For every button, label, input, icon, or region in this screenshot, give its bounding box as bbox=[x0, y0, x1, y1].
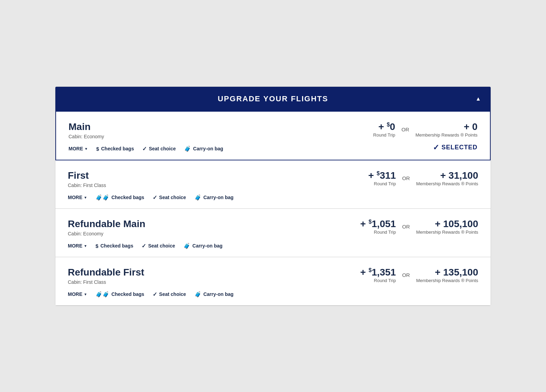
fare-cabin-main: Cabin: Economy bbox=[69, 134, 104, 139]
fare-card-top-main: MainCabin: Economy+ $0Round TripOR+ 0Mem… bbox=[69, 121, 477, 139]
feature-label: Carry-on bag bbox=[192, 243, 222, 249]
fare-info-refundable-main: Refundable MainCabin: Economy bbox=[68, 218, 145, 236]
fare-price-main-first: + $311 bbox=[368, 170, 396, 181]
fare-price-main-refundable-first: + $1,351 bbox=[360, 267, 396, 278]
fare-points-sub-refundable-first: Membership Rewards ® Points bbox=[416, 278, 478, 283]
fare-pricing-main: + $0Round TripOR+ 0Membership Rewards ® … bbox=[373, 121, 477, 138]
fare-name-refundable-main: Refundable Main bbox=[68, 218, 145, 230]
fare-price-main-refundable-main: + $1,051 bbox=[360, 218, 396, 230]
more-button-refundable-main[interactable]: MORE ▼ bbox=[68, 243, 87, 249]
check-icon: ✓ bbox=[142, 146, 147, 152]
fare-or-first: OR bbox=[402, 175, 410, 181]
fare-name-main: Main bbox=[69, 121, 104, 132]
fare-points-block-refundable-main: + 105,100Membership Rewards ® Points bbox=[416, 218, 478, 235]
fare-card-refundable-main[interactable]: Refundable MainCabin: Economy+ $1,051Rou… bbox=[55, 209, 491, 257]
fare-price-sub-refundable-first: Round Trip bbox=[360, 278, 396, 283]
fare-footer-refundable-first: MORE ▼🧳🧳Checked bags✓Seat choice🧳Carry-o… bbox=[68, 291, 478, 298]
bags2-icon: 🧳🧳 bbox=[95, 291, 109, 298]
fare-points-main-main: + 0 bbox=[416, 121, 477, 132]
feature-refundable-main-1: ✓Seat choice bbox=[142, 243, 175, 249]
bag-icon: 🧳 bbox=[184, 146, 191, 152]
fare-cabin-first: Cabin: First Class bbox=[68, 183, 106, 188]
fare-card-top-refundable-main: Refundable MainCabin: Economy+ $1,051Rou… bbox=[68, 218, 478, 236]
header-title: UPGRADE YOUR FLIGHTS bbox=[218, 94, 328, 103]
fare-price-sub-main: Round Trip bbox=[373, 132, 395, 138]
fare-points-block-first: + 31,100Membership Rewards ® Points bbox=[416, 170, 478, 186]
feature-refundable-main-0: $Checked bags bbox=[95, 243, 133, 249]
fares-container: MainCabin: Economy+ $0Round TripOR+ 0Mem… bbox=[55, 111, 491, 306]
fare-points-block-main: + 0Membership Rewards ® Points bbox=[416, 121, 477, 138]
fare-info-first: FirstCabin: First Class bbox=[68, 170, 106, 188]
feature-label: Checked bags bbox=[111, 195, 144, 200]
check-icon: ✓ bbox=[153, 194, 157, 201]
feature-refundable-first-1: ✓Seat choice bbox=[153, 291, 186, 298]
fare-price-block-first: + $311Round Trip bbox=[368, 170, 396, 186]
feature-first-2: 🧳Carry-on bag bbox=[194, 194, 234, 201]
fare-card-first[interactable]: FirstCabin: First Class+ $311Round TripO… bbox=[55, 160, 491, 209]
collapse-icon[interactable]: ▲ bbox=[475, 96, 481, 102]
feature-label: Seat choice bbox=[159, 291, 186, 297]
fare-price-block-refundable-first: + $1,351Round Trip bbox=[360, 267, 396, 283]
feature-label: Seat choice bbox=[159, 195, 186, 200]
fare-info-main: MainCabin: Economy bbox=[69, 121, 104, 139]
feature-main-2: 🧳Carry-on bag bbox=[184, 146, 223, 152]
fare-card-refundable-first[interactable]: Refundable FirstCabin: First Class+ $1,3… bbox=[55, 257, 491, 306]
fare-card-main[interactable]: MainCabin: Economy+ $0Round TripOR+ 0Mem… bbox=[55, 111, 491, 160]
fare-card-top-refundable-first: Refundable FirstCabin: First Class+ $1,3… bbox=[68, 267, 478, 285]
fare-cabin-refundable-main: Cabin: Economy bbox=[68, 231, 145, 236]
fare-footer-first: MORE ▼🧳🧳Checked bags✓Seat choice🧳Carry-o… bbox=[68, 194, 478, 201]
fare-footer-refundable-main: MORE ▼$Checked bags✓Seat choice🧳Carry-on… bbox=[68, 243, 478, 249]
fare-price-block-main: + $0Round Trip bbox=[373, 121, 395, 138]
selected-label-main: ✓ SELECTED bbox=[433, 143, 477, 152]
fare-footer-main: MORE ▼$Checked bags✓Seat choice🧳Carry-on… bbox=[69, 146, 477, 152]
check-icon: ✓ bbox=[153, 291, 157, 298]
fare-card-top-first: FirstCabin: First Class+ $311Round TripO… bbox=[68, 170, 478, 188]
bag-icon: 🧳 bbox=[194, 194, 201, 201]
feature-first-0: 🧳🧳Checked bags bbox=[95, 194, 144, 201]
feature-refundable-first-2: 🧳Carry-on bag bbox=[194, 291, 234, 298]
dollar-icon: $ bbox=[95, 243, 98, 249]
feature-label: Checked bags bbox=[111, 291, 144, 297]
feature-label: Carry-on bag bbox=[193, 146, 223, 151]
dollar-icon: $ bbox=[96, 146, 99, 152]
feature-main-0: $Checked bags bbox=[96, 146, 134, 152]
fare-or-refundable-first: OR bbox=[402, 272, 410, 278]
fare-points-sub-first: Membership Rewards ® Points bbox=[416, 181, 478, 186]
fare-price-sub-first: Round Trip bbox=[368, 181, 396, 186]
more-button-refundable-first[interactable]: MORE ▼ bbox=[68, 291, 87, 297]
feature-label: Carry-on bag bbox=[203, 291, 234, 297]
feature-refundable-first-0: 🧳🧳Checked bags bbox=[95, 291, 144, 298]
feature-label: Checked bags bbox=[101, 146, 134, 151]
fare-pricing-first: + $311Round TripOR+ 31,100Membership Rew… bbox=[368, 170, 478, 186]
feature-label: Checked bags bbox=[100, 243, 133, 249]
feature-refundable-main-2: 🧳Carry-on bag bbox=[183, 243, 222, 249]
bag-icon: 🧳 bbox=[194, 291, 201, 298]
fare-pricing-refundable-main: + $1,051Round TripOR+ 105,100Membership … bbox=[360, 218, 478, 235]
feature-label: Seat choice bbox=[149, 146, 176, 151]
fare-info-refundable-first: Refundable FirstCabin: First Class bbox=[68, 267, 144, 285]
fare-points-main-first: + 31,100 bbox=[416, 170, 478, 181]
fare-points-sub-refundable-main: Membership Rewards ® Points bbox=[416, 230, 478, 235]
fare-name-refundable-first: Refundable First bbox=[68, 267, 144, 278]
fare-points-main-refundable-main: + 105,100 bbox=[416, 218, 478, 230]
feature-label: Seat choice bbox=[148, 243, 175, 249]
fare-points-sub-main: Membership Rewards ® Points bbox=[416, 132, 477, 138]
more-button-first[interactable]: MORE ▼ bbox=[68, 195, 87, 200]
fare-or-main: OR bbox=[401, 127, 409, 132]
check-icon: ✓ bbox=[142, 243, 146, 249]
fare-points-block-refundable-first: + 135,100Membership Rewards ® Points bbox=[416, 267, 478, 283]
header: UPGRADE YOUR FLIGHTS ▲ bbox=[55, 87, 491, 111]
upgrade-flights-container: UPGRADE YOUR FLIGHTS ▲ MainCabin: Econom… bbox=[55, 86, 491, 306]
feature-first-1: ✓Seat choice bbox=[153, 194, 186, 201]
feature-main-1: ✓Seat choice bbox=[142, 146, 176, 152]
bag-icon: 🧳 bbox=[183, 243, 190, 249]
bags2-icon: 🧳🧳 bbox=[95, 194, 109, 201]
more-button-main[interactable]: MORE ▼ bbox=[69, 146, 88, 151]
fare-pricing-refundable-first: + $1,351Round TripOR+ 135,100Membership … bbox=[360, 267, 478, 283]
fare-name-first: First bbox=[68, 170, 106, 181]
fare-or-refundable-main: OR bbox=[402, 224, 410, 230]
fare-cabin-refundable-first: Cabin: First Class bbox=[68, 279, 144, 285]
feature-label: Carry-on bag bbox=[203, 195, 234, 200]
fare-points-main-refundable-first: + 135,100 bbox=[416, 267, 478, 278]
fare-price-main-main: + $0 bbox=[373, 121, 395, 132]
